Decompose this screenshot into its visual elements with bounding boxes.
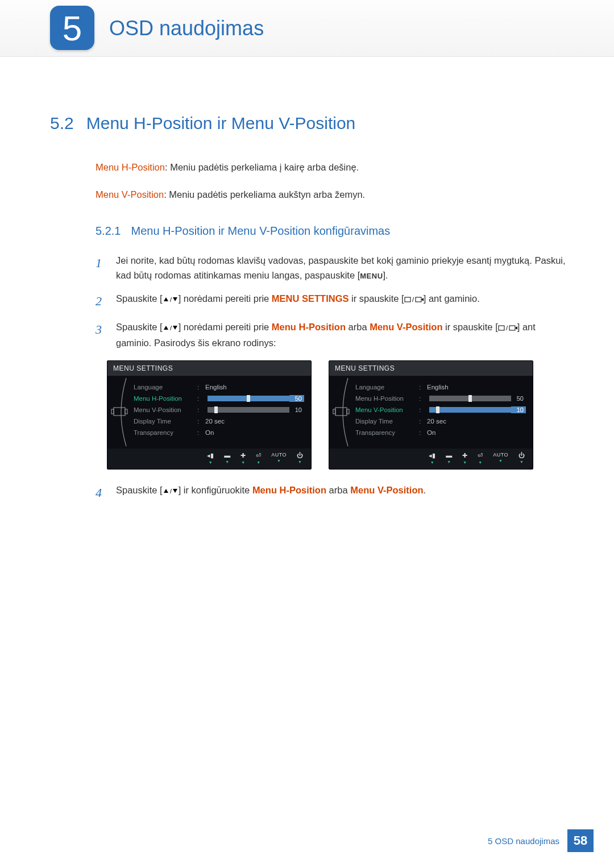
slider-icon	[429, 407, 511, 413]
osd-panel-vpos: MENU SETTINGS Language:English Menu H-Po…	[329, 360, 533, 470]
osd-label: Menu H-Position	[134, 395, 197, 402]
step-4-h: Menu H-Position	[252, 485, 326, 495]
up-down-icon: /	[163, 321, 179, 336]
svg-rect-14	[114, 408, 125, 416]
step-2: 2 Spauskite [/] norėdami pereiti prie ME…	[96, 292, 566, 311]
osd-power-icon: ⏻▼	[297, 452, 303, 464]
step-3-v: Menu V-Position	[370, 322, 442, 332]
osd-back-icon: ◂▮▼	[207, 452, 214, 464]
step-2-body: Spauskite [/] norėdami pereiti prie MENU…	[116, 292, 566, 311]
svg-text:/: /	[412, 296, 414, 303]
svg-rect-17	[335, 408, 347, 416]
step-4-dot: .	[424, 485, 426, 495]
osd-item-trans: Transparency:On	[134, 427, 304, 438]
definition-v-text: : Meniu padėtis perkeliama aukštyn arba …	[164, 189, 365, 200]
slider-icon	[429, 396, 511, 401]
enter-source-icon: /	[498, 321, 517, 336]
svg-text:/: /	[170, 488, 172, 495]
osd-power-icon: ⏻▼	[518, 452, 525, 464]
osd-label: Menu V-Position	[134, 406, 197, 413]
osd-label: Display Time	[355, 418, 419, 425]
osd-label: Menu H-Position	[355, 395, 419, 402]
step-3-h: Menu H-Position	[272, 322, 346, 332]
step-4-text-a: Spauskite [	[116, 485, 163, 495]
svg-marker-20	[164, 489, 168, 493]
svg-rect-3	[405, 297, 410, 302]
step-3-number: 3	[96, 320, 106, 350]
osd-panel-hpos: MENU SETTINGS Language:English Menu H-Po…	[107, 360, 312, 470]
osd-value: On	[424, 429, 511, 436]
step-4-v: Menu V-Position	[350, 485, 423, 495]
step-4-or: arba	[326, 485, 350, 495]
step-3-body: Spauskite [/] norėdami pereiti prie Menu…	[116, 320, 566, 350]
osd-plus-icon: ✚▼	[240, 452, 246, 464]
step-3-or: arba	[346, 322, 370, 332]
slider-icon	[208, 396, 289, 401]
step-2-text-d: ] ant gaminio.	[424, 293, 480, 304]
osd-enter-icon: ⏎▼	[256, 452, 261, 464]
page-content: 5.2 Menu H-Position ir Menu V-Position M…	[0, 57, 614, 503]
svg-rect-15	[111, 409, 114, 414]
subsection-number: 5.2.1	[96, 225, 121, 238]
definition-h-label: Menu H-Position	[96, 162, 165, 172]
osd-value: 50	[511, 395, 526, 402]
svg-text:/: /	[506, 325, 508, 331]
svg-marker-22	[173, 489, 177, 493]
step-1: 1 Jei norite, kad būtų rodomas klavišų v…	[96, 254, 566, 283]
osd-item-trans: Transparency:On	[355, 427, 526, 438]
step-2-text-b: ] norėdami pereiti prie	[179, 293, 272, 304]
step-1-text-a: Jei norite, kad būtų rodomas klavišų vad…	[116, 255, 566, 280]
definition-h-text: : Meniu padėtis perkeliama į kairę arba …	[165, 162, 359, 172]
definition-v-label: Menu V-Position	[96, 189, 164, 200]
chapter-title: OSD naudojimas	[109, 16, 264, 40]
step-2-text-a: Spauskite [	[116, 293, 163, 304]
osd-value: 10	[289, 406, 304, 413]
osd-side-icon	[107, 376, 134, 448]
page-footer: 5 OSD naudojimas 58	[488, 829, 594, 852]
osd-minus-icon: ▬▼	[224, 452, 230, 464]
enter-source-icon: /	[404, 293, 424, 308]
definition-h: Menu H-Position: Meniu padėtis perkeliam…	[96, 160, 566, 175]
svg-rect-12	[509, 326, 515, 330]
osd-item-dtime: Display Time:20 sec	[355, 416, 526, 427]
osd-value: 10	[511, 406, 526, 413]
svg-rect-5	[416, 297, 421, 302]
osd-plus-icon: ✚▼	[462, 452, 467, 464]
step-2-text-c: ir spauskite [	[349, 293, 404, 304]
svg-marker-7	[164, 326, 168, 330]
osd-auto-icon: AUTO▼	[271, 452, 287, 464]
footer-text: 5 OSD naudojimas	[488, 836, 559, 846]
osd-title: MENU SETTINGS	[107, 361, 311, 376]
osd-item-vpos: Menu V-Position:10	[355, 404, 526, 416]
osd-label: Language	[134, 384, 197, 391]
step-1-text-b: ].	[383, 270, 388, 280]
step-4-text-b: ] ir konfigūruokite	[179, 485, 252, 495]
page-header: 5 OSD naudojimas	[0, 0, 614, 57]
osd-footer: ◂▮▼ ▬▼ ✚▼ ⏎▼ AUTO▼ ⏻▼	[107, 448, 311, 469]
svg-text:/: /	[170, 325, 172, 331]
subsection-title: Menu H-Position ir Menu V-Position konfi…	[131, 225, 390, 238]
footer-page-number: 58	[567, 829, 594, 852]
osd-footer: ◂▮▼ ▬▼ ✚▼ ⏎▼ AUTO▼ ⏻▼	[329, 448, 533, 469]
osd-item-language: Language:English	[134, 381, 304, 393]
osd-item-dtime: Display Time:20 sec	[134, 416, 304, 427]
menu-keyword-icon: MENU	[360, 272, 383, 280]
svg-marker-0	[164, 297, 168, 301]
osd-value: 20 sec	[202, 418, 289, 425]
osd-label: Transparency	[355, 429, 419, 436]
step-2-emph: MENU SETTINGS	[272, 293, 349, 304]
svg-text:/: /	[170, 296, 172, 303]
up-down-icon: /	[163, 293, 179, 308]
step-4: 4 Spauskite [/] ir konfigūruokite Menu H…	[96, 483, 566, 502]
svg-rect-10	[499, 326, 504, 330]
step-3-text-b: ] norėdami pereiti prie	[179, 322, 272, 332]
osd-value: 50	[289, 395, 304, 402]
osd-label: Language	[355, 384, 419, 391]
osd-auto-icon: AUTO▼	[493, 452, 508, 464]
section-number: 5.2	[50, 114, 74, 133]
step-1-body: Jei norite, kad būtų rodomas klavišų vad…	[116, 254, 566, 283]
osd-back-icon: ◂▮▼	[429, 452, 435, 464]
osd-list: Language:English Menu H-Position:50 Menu…	[355, 376, 533, 448]
step-3: 3 Spauskite [/] norėdami pereiti prie Me…	[96, 320, 566, 350]
step-4-body: Spauskite [/] ir konfigūruokite Menu H-P…	[116, 483, 566, 502]
